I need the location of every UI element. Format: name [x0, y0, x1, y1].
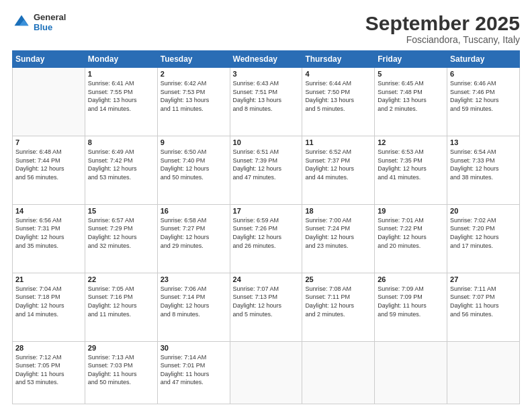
- table-row: 11Sunrise: 6:52 AM Sunset: 7:37 PM Dayli…: [302, 136, 375, 204]
- table-row: 10Sunrise: 6:51 AM Sunset: 7:39 PM Dayli…: [230, 136, 302, 204]
- day-number: 5: [378, 70, 444, 78]
- day-number: 1: [88, 70, 154, 78]
- day-number: 6: [450, 70, 517, 78]
- cell-content: Sunrise: 7:11 AM Sunset: 7:07 PM Dayligh…: [450, 285, 517, 318]
- day-number: 28: [15, 344, 82, 352]
- cell-content: Sunrise: 7:01 AM Sunset: 7:22 PM Dayligh…: [378, 216, 444, 250]
- cell-content: Sunrise: 7:04 AM Sunset: 7:18 PM Dayligh…: [15, 285, 82, 318]
- header-friday: Friday: [375, 51, 447, 68]
- day-number: 30: [161, 344, 227, 352]
- table-row: 30Sunrise: 7:14 AM Sunset: 7:01 PM Dayli…: [157, 341, 230, 404]
- cell-content: Sunrise: 7:09 AM Sunset: 7:09 PM Dayligh…: [378, 285, 444, 318]
- table-row: 2Sunrise: 6:42 AM Sunset: 7:53 PM Daylig…: [157, 68, 230, 136]
- day-number: 4: [305, 70, 371, 78]
- cell-content: Sunrise: 6:53 AM Sunset: 7:35 PM Dayligh…: [378, 148, 444, 181]
- day-number: 10: [233, 138, 300, 146]
- day-number: 21: [15, 275, 82, 283]
- cell-content: Sunrise: 7:08 AM Sunset: 7:11 PM Dayligh…: [305, 285, 371, 318]
- day-number: 29: [88, 344, 154, 352]
- day-number: 15: [88, 207, 154, 215]
- header-monday: Monday: [85, 51, 157, 68]
- cell-content: Sunrise: 7:13 AM Sunset: 7:03 PM Dayligh…: [88, 353, 154, 387]
- day-number: 13: [450, 138, 517, 146]
- day-number: 20: [450, 207, 517, 215]
- table-row: 17Sunrise: 6:59 AM Sunset: 7:26 PM Dayli…: [230, 204, 302, 273]
- title-block: September 2025 Fosciandora, Tuscany, Ita…: [365, 12, 520, 45]
- table-row: 26Sunrise: 7:09 AM Sunset: 7:09 PM Dayli…: [375, 273, 447, 341]
- table-row: 18Sunrise: 7:00 AM Sunset: 7:24 PM Dayli…: [302, 204, 375, 273]
- table-row: 14Sunrise: 6:56 AM Sunset: 7:31 PM Dayli…: [13, 204, 85, 273]
- cell-content: Sunrise: 6:45 AM Sunset: 7:48 PM Dayligh…: [378, 79, 444, 113]
- table-row: [230, 341, 302, 404]
- location-title: Fosciandora, Tuscany, Italy: [365, 34, 520, 45]
- day-number: 2: [161, 70, 227, 78]
- header-thursday: Thursday: [302, 51, 375, 68]
- day-number: 18: [305, 207, 371, 215]
- cell-content: Sunrise: 7:14 AM Sunset: 7:01 PM Dayligh…: [161, 353, 227, 387]
- table-row: 3Sunrise: 6:43 AM Sunset: 7:51 PM Daylig…: [230, 68, 302, 136]
- table-row: 28Sunrise: 7:12 AM Sunset: 7:05 PM Dayli…: [13, 341, 85, 404]
- table-row: [302, 341, 375, 404]
- cell-content: Sunrise: 6:52 AM Sunset: 7:37 PM Dayligh…: [305, 148, 371, 181]
- header-saturday: Saturday: [447, 51, 520, 68]
- cell-content: Sunrise: 6:48 AM Sunset: 7:44 PM Dayligh…: [15, 148, 82, 181]
- day-number: 23: [161, 275, 227, 283]
- day-number: 25: [305, 275, 371, 283]
- table-row: 19Sunrise: 7:01 AM Sunset: 7:22 PM Dayli…: [375, 204, 447, 273]
- cell-content: Sunrise: 7:06 AM Sunset: 7:14 PM Dayligh…: [161, 285, 227, 318]
- table-row: 5Sunrise: 6:45 AM Sunset: 7:48 PM Daylig…: [375, 68, 447, 136]
- cell-content: Sunrise: 7:00 AM Sunset: 7:24 PM Dayligh…: [305, 216, 371, 250]
- cell-content: Sunrise: 6:56 AM Sunset: 7:31 PM Dayligh…: [15, 216, 82, 250]
- table-row: [375, 341, 447, 404]
- cell-content: Sunrise: 6:46 AM Sunset: 7:46 PM Dayligh…: [450, 79, 517, 113]
- table-row: 13Sunrise: 6:54 AM Sunset: 7:33 PM Dayli…: [447, 136, 520, 204]
- header-wednesday: Wednesday: [230, 51, 302, 68]
- table-row: 25Sunrise: 7:08 AM Sunset: 7:11 PM Dayli…: [302, 273, 375, 341]
- header: General Blue September 2025 Fosciandora,…: [12, 12, 520, 45]
- table-row: 23Sunrise: 7:06 AM Sunset: 7:14 PM Dayli…: [157, 273, 230, 341]
- day-number: 16: [161, 207, 227, 215]
- table-row: 8Sunrise: 6:49 AM Sunset: 7:42 PM Daylig…: [85, 136, 157, 204]
- day-number: 12: [378, 138, 444, 146]
- day-number: 8: [88, 138, 154, 146]
- cell-content: Sunrise: 6:54 AM Sunset: 7:33 PM Dayligh…: [450, 148, 517, 181]
- table-row: 6Sunrise: 6:46 AM Sunset: 7:46 PM Daylig…: [447, 68, 520, 136]
- table-row: 22Sunrise: 7:05 AM Sunset: 7:16 PM Dayli…: [85, 273, 157, 341]
- logo-text: General Blue: [34, 12, 66, 32]
- table-row: [13, 68, 85, 136]
- month-title: September 2025: [365, 12, 520, 34]
- cell-content: Sunrise: 6:50 AM Sunset: 7:40 PM Dayligh…: [161, 148, 227, 181]
- cell-content: Sunrise: 6:42 AM Sunset: 7:53 PM Dayligh…: [161, 79, 227, 113]
- day-number: 26: [378, 275, 444, 283]
- table-row: 12Sunrise: 6:53 AM Sunset: 7:35 PM Dayli…: [375, 136, 447, 204]
- table-row: 16Sunrise: 6:58 AM Sunset: 7:27 PM Dayli…: [157, 204, 230, 273]
- cell-content: Sunrise: 7:02 AM Sunset: 7:20 PM Dayligh…: [450, 216, 517, 250]
- cell-content: Sunrise: 6:59 AM Sunset: 7:26 PM Dayligh…: [233, 216, 300, 250]
- table-row: 29Sunrise: 7:13 AM Sunset: 7:03 PM Dayli…: [85, 341, 157, 404]
- table-row: 21Sunrise: 7:04 AM Sunset: 7:18 PM Dayli…: [13, 273, 85, 341]
- cell-content: Sunrise: 7:05 AM Sunset: 7:16 PM Dayligh…: [88, 285, 154, 318]
- cell-content: Sunrise: 7:07 AM Sunset: 7:13 PM Dayligh…: [233, 285, 300, 318]
- day-number: 11: [305, 138, 371, 146]
- cell-content: Sunrise: 6:58 AM Sunset: 7:27 PM Dayligh…: [161, 216, 227, 250]
- table-row: 24Sunrise: 7:07 AM Sunset: 7:13 PM Dayli…: [230, 273, 302, 341]
- page: General Blue September 2025 Fosciandora,…: [0, 0, 532, 411]
- day-number: 19: [378, 207, 444, 215]
- cell-content: Sunrise: 6:51 AM Sunset: 7:39 PM Dayligh…: [233, 148, 300, 181]
- day-number: 27: [450, 275, 517, 283]
- logo: General Blue: [12, 12, 66, 32]
- day-number: 17: [233, 207, 300, 215]
- cell-content: Sunrise: 6:57 AM Sunset: 7:29 PM Dayligh…: [88, 216, 154, 250]
- day-number: 3: [233, 70, 300, 78]
- day-number: 24: [233, 275, 300, 283]
- day-number: 14: [15, 207, 82, 215]
- logo-icon: [12, 13, 31, 32]
- header-tuesday: Tuesday: [157, 51, 230, 68]
- cell-content: Sunrise: 6:44 AM Sunset: 7:50 PM Dayligh…: [305, 79, 371, 113]
- calendar: Sunday Monday Tuesday Wednesday Thursday…: [12, 50, 520, 404]
- header-sunday: Sunday: [13, 51, 85, 68]
- table-row: [447, 341, 520, 404]
- cell-content: Sunrise: 6:41 AM Sunset: 7:55 PM Dayligh…: [88, 79, 154, 113]
- cell-content: Sunrise: 6:49 AM Sunset: 7:42 PM Dayligh…: [88, 148, 154, 181]
- cell-content: Sunrise: 6:43 AM Sunset: 7:51 PM Dayligh…: [233, 79, 300, 113]
